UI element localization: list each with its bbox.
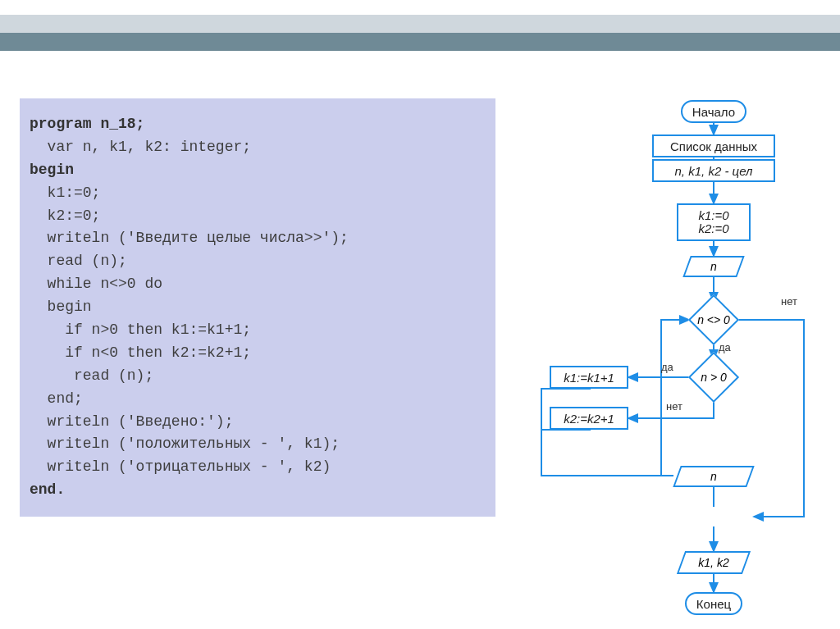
node-init: k1:=0 k2:=0 — [677, 203, 751, 241]
node-end: Конец — [685, 592, 742, 615]
node-output-k1k2: k1, k2 — [681, 551, 746, 574]
node-input-n: n — [687, 256, 741, 277]
code-pre: program n_18; var n, k1, k2: integer; be… — [30, 113, 486, 502]
init-line-2: k2:=0 — [698, 222, 728, 236]
header-stripe-dark — [0, 33, 840, 51]
flowchart: Начало Список данных n, k1, k2 - цел k1:… — [525, 98, 829, 623]
label-yes-2: да — [661, 361, 673, 373]
node-declaration: n, k1, k2 - цел — [652, 159, 775, 182]
label-no-2: нет — [666, 400, 682, 412]
node-input-n-loop: n — [677, 466, 751, 487]
node-start: Начало — [681, 100, 746, 123]
node-cond-n-ne-0: n <> 0 — [696, 302, 732, 338]
code-listing: program n_18; var n, k1, k2: integer; be… — [20, 98, 495, 517]
node-assign-k1: k1:=k1+1 — [550, 366, 628, 389]
node-datalist: Список данных — [652, 134, 775, 157]
node-assign-k2: k2:=k2+1 — [550, 407, 628, 430]
label-yes-1: да — [719, 341, 731, 353]
node-cond-n-gt-0: n > 0 — [696, 359, 732, 395]
header-stripe-light — [0, 15, 840, 33]
label-no-1: нет — [781, 295, 797, 308]
init-line-1: k1:=0 — [698, 209, 728, 223]
